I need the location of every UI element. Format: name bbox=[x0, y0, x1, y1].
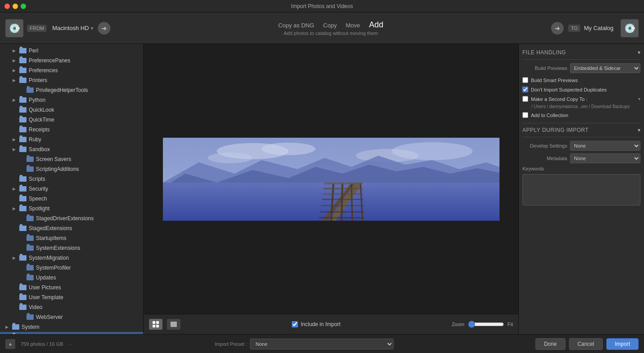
tree-item-privilegedhelpertools[interactable]: ▶PrivilegedHelperTools bbox=[0, 85, 143, 95]
folder-icon-sandbox bbox=[19, 147, 26, 152]
file-tree[interactable]: ▶Perl▶PreferencePanes▶Preferences▶Printe… bbox=[0, 44, 144, 334]
tree-item-sandbox[interactable]: ▶Sandbox bbox=[0, 144, 143, 154]
import-button[interactable]: Import bbox=[606, 338, 639, 350]
tree-item-startupitems[interactable]: ▶StartupItems bbox=[0, 233, 143, 243]
folder-icon-webserver bbox=[26, 314, 34, 320]
tree-item-user_pictures[interactable]: ▶User Pictures bbox=[0, 283, 143, 292]
make-second-copy-checkbox[interactable] bbox=[522, 96, 528, 102]
include-in-import-checkbox[interactable] bbox=[292, 321, 298, 327]
done-button[interactable]: Done bbox=[535, 338, 565, 350]
tree-toggle-printers[interactable]: ▶ bbox=[11, 77, 17, 83]
folder-icon-startupitems bbox=[26, 235, 34, 241]
import-preset-select[interactable]: None bbox=[250, 339, 394, 349]
tree-toggle-security[interactable]: ▶ bbox=[11, 186, 17, 192]
tree-item-quicklook[interactable]: ▶QuickLook bbox=[0, 105, 143, 115]
folder-icon-user_template bbox=[19, 295, 26, 300]
tree-item-system[interactable]: ▶System bbox=[0, 322, 143, 332]
build-previews-select[interactable]: Embedded & Sidecar Minimal Standard 1:1 bbox=[570, 63, 640, 73]
tree-label-screen_savers: Screen Savers bbox=[36, 156, 71, 162]
folder-icon-systemextensions bbox=[26, 245, 34, 251]
keywords-input[interactable] bbox=[522, 174, 640, 205]
tree-item-stageddriverextensions[interactable]: ▶StagedDriverExtensions bbox=[0, 214, 143, 223]
tree-label-preferencepanes: PreferencePanes bbox=[29, 57, 70, 64]
move-button[interactable]: Move bbox=[346, 22, 360, 29]
tree-toggle-preferencepanes[interactable]: ▶ bbox=[11, 57, 17, 64]
add-button[interactable]: Add bbox=[369, 20, 383, 30]
add-to-collection-checkbox[interactable] bbox=[522, 112, 528, 118]
tree-item-systemprofiler[interactable]: ▶SystemProfiler bbox=[0, 263, 143, 273]
tree-toggle-system[interactable]: ▶ bbox=[4, 324, 10, 330]
photo-count: 759 photos / 16 GB bbox=[21, 341, 63, 347]
tree-item-systemmigration[interactable]: ▶SystemMigration bbox=[0, 253, 143, 263]
tree-item-python[interactable]: ▶Python bbox=[0, 95, 143, 105]
tree-item-user_template[interactable]: ▶User Template bbox=[0, 292, 143, 302]
tree-item-screen_savers[interactable]: ▶Screen Savers bbox=[0, 154, 143, 164]
tree-item-perl[interactable]: ▶Perl bbox=[0, 46, 143, 56]
tree-item-updates[interactable]: ▶Updates bbox=[0, 273, 143, 283]
tree-toggle-python[interactable]: ▶ bbox=[11, 97, 17, 103]
tree-label-preferences: Preferences bbox=[29, 67, 58, 74]
tree-toggle-perl[interactable]: ▶ bbox=[11, 48, 17, 54]
source-arrow-button[interactable]: ➔ bbox=[98, 22, 110, 35]
tree-toggle-systemmigration[interactable]: ▶ bbox=[11, 255, 17, 261]
tree-item-printers[interactable]: ▶Printers bbox=[0, 75, 143, 85]
tree-item-preferencepanes[interactable]: ▶PreferencePanes bbox=[0, 56, 143, 65]
tree-toggle-preferences[interactable]: ▶ bbox=[11, 67, 17, 74]
grid-view-button[interactable] bbox=[149, 319, 162, 330]
folder-icon-ruby bbox=[19, 137, 26, 142]
include-in-import-label[interactable]: Include in Import bbox=[292, 321, 341, 327]
folder-icon-system bbox=[12, 324, 19, 330]
tree-item-quicktime[interactable]: ▶QuickTime bbox=[0, 115, 143, 125]
minimize-button[interactable] bbox=[13, 4, 18, 9]
svg-rect-24 bbox=[319, 217, 364, 218]
tree-item-security[interactable]: ▶Security bbox=[0, 184, 143, 194]
tree-item-scripts[interactable]: ▶Scripts bbox=[0, 174, 143, 184]
source-name[interactable]: Macintosh HD ▾ bbox=[52, 25, 93, 31]
tree-item-stagedextensions[interactable]: ▶StagedExtensions bbox=[0, 223, 143, 233]
content-area: ▶Perl▶PreferencePanes▶Preferences▶Printe… bbox=[0, 44, 644, 334]
tree-toggle-spotlight[interactable]: ▶ bbox=[11, 205, 17, 212]
tree-item-receipts[interactable]: ▶Receipts bbox=[0, 125, 143, 135]
tree-toggle-ruby[interactable]: ▶ bbox=[11, 136, 17, 143]
tree-item-video[interactable]: ▶Video bbox=[0, 302, 143, 312]
build-smart-previews-checkbox[interactable] bbox=[522, 77, 528, 83]
tree-label-systemextensions: SystemExtensions bbox=[36, 245, 80, 251]
cancel-button[interactable]: Cancel bbox=[569, 338, 603, 350]
build-smart-previews-label: Build Smart Previews bbox=[531, 78, 578, 83]
maximize-button[interactable] bbox=[21, 4, 26, 9]
zoom-slider[interactable] bbox=[468, 321, 504, 328]
tree-label-webserver: WebServer bbox=[36, 314, 63, 320]
tree-item-webserver[interactable]: ▶WebServer bbox=[0, 312, 143, 322]
svg-rect-22 bbox=[321, 205, 364, 206]
expand-button[interactable]: ▲ bbox=[5, 339, 15, 349]
tree-item-preferences[interactable]: ▶Preferences bbox=[0, 65, 143, 75]
tree-item-spotlight[interactable]: ▶Spotlight bbox=[0, 204, 143, 214]
metadata-select[interactable]: None bbox=[570, 153, 640, 163]
top-bar: 💽 FROM Macintosh HD ▾ ➔ Copy as DNG Copy… bbox=[0, 13, 644, 44]
make-second-copy-row: Make a Second Copy To : ▾ bbox=[522, 95, 640, 103]
tree-toggle-sandbox[interactable]: ▶ bbox=[11, 146, 17, 153]
develop-settings-select[interactable]: None bbox=[570, 141, 640, 151]
copy-dng-button[interactable]: Copy as DNG bbox=[278, 22, 314, 29]
tree-item-systemextensions[interactable]: ▶SystemExtensions bbox=[0, 243, 143, 253]
tree-label-scripts: Scripts bbox=[29, 176, 45, 182]
dont-import-duplicates-checkbox[interactable] bbox=[522, 87, 528, 92]
folder-icon-user_pictures bbox=[19, 285, 26, 290]
tree-item-ruby[interactable]: ▶Ruby bbox=[0, 135, 143, 144]
folder-icon-updates bbox=[26, 275, 34, 280]
copy-button[interactable]: Copy bbox=[323, 22, 337, 29]
folder-icon-privilegedhelpertools bbox=[26, 87, 34, 93]
folder-icon-security bbox=[19, 186, 26, 192]
tree-label-spotlight: Spotlight bbox=[29, 205, 50, 212]
close-button[interactable] bbox=[4, 4, 10, 9]
dest-name[interactable]: My Catalog bbox=[584, 25, 613, 31]
tree-label-python: Python bbox=[29, 97, 45, 103]
single-view-button[interactable] bbox=[167, 319, 180, 330]
tree-item-scriptingadditions[interactable]: ▶ScriptingAdditions bbox=[0, 164, 143, 174]
svg-rect-18 bbox=[324, 183, 363, 184]
dest-arrow-button[interactable]: ➔ bbox=[551, 22, 564, 35]
titlebar: Import Photos and Videos bbox=[0, 0, 644, 13]
folder-icon-screen_savers bbox=[26, 157, 34, 162]
tree-item-speech[interactable]: ▶Speech bbox=[0, 194, 143, 204]
include-import-section: Include in Import bbox=[185, 321, 447, 327]
